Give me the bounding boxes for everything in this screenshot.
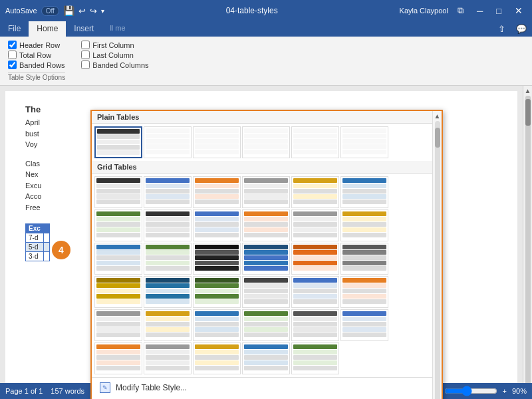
grid-tables-grid [92,174,432,377]
title-bar: AutoSave Off 💾 ↩ ↪ ▾ 04-table-styles Kay… [0,0,532,21]
grid-style-orange-3[interactable] [291,243,339,275]
grid-style-gray-3[interactable] [340,243,388,275]
grid-style-blue-3[interactable] [242,243,290,275]
grid-style-orange-1[interactable] [193,176,241,208]
table-style-plain-1[interactable] [144,126,192,158]
zoom-slider[interactable] [444,386,497,396]
grid-style-blue-5[interactable] [340,309,388,341]
modify-icon: ✎ [100,382,110,393]
document-area: Plain Tables [0,86,532,399]
grid-style-gray-4[interactable] [94,309,142,341]
last-col-checkbox[interactable] [81,51,90,59]
table-style-none[interactable] [94,126,142,158]
grid-style-green-1[interactable] [94,209,142,241]
grid-style-gray-2[interactable] [291,209,339,241]
table-header-2 [43,224,49,233]
save-icon[interactable]: 💾 [63,5,74,16]
grid-style-blue-4[interactable] [291,276,339,308]
ts-footer: ✎ Modify Table Style... ⊘ Clear ⊞ New Ta… [92,377,432,399]
clear-item[interactable]: ⊘ Clear [92,396,432,399]
first-col-checkbox[interactable] [81,41,90,49]
grid-style-blue-1[interactable] [144,176,192,208]
last-col-checkbox-label[interactable]: Last Column [81,51,148,59]
header-row-checkbox-label[interactable]: Header Row [8,41,65,49]
table-style-plain-5[interactable] [340,126,388,158]
grid-style-orange-4[interactable] [340,276,388,308]
ribbon: File Home Insert ll me ⇧ 💬 Header Row To… [0,21,532,86]
banded-col-label: Banded Columns [92,61,148,69]
table-style-options-group2: First Column Last Column Banded Columns [78,39,151,70]
grid-style-dark-1[interactable] [94,176,142,208]
ts-scroll-up[interactable]: ▲ [434,112,441,120]
table-row-3: 3-d [26,252,50,261]
grid-style-teal-1[interactable] [340,176,388,208]
first-col-checkbox-label[interactable]: First Column [81,41,148,49]
table-row-2: 5-d [26,243,50,252]
autosave-toggle[interactable]: Off [41,6,59,16]
table-style-plain-2[interactable] [193,126,241,158]
tab-file[interactable]: File [0,21,29,37]
grid-style-yellow-2[interactable] [340,209,388,241]
zoom-in-icon[interactable]: + [503,387,507,395]
grid-style-yellow-3[interactable] [94,276,142,308]
doc-vscroll[interactable]: ▲ ▼ [523,86,532,399]
table-header-1: Exc [26,224,44,233]
redo-icon[interactable]: ↪ [90,6,97,16]
grid-style-dark-4[interactable] [242,276,290,308]
comments-icon[interactable]: 💬 [511,21,532,37]
grid-style-teal-5[interactable] [242,342,290,374]
table-style-plain-3[interactable] [242,126,290,158]
tab-home[interactable]: Home [29,21,66,37]
table-style-options-title: Table Style Options [8,72,65,81]
plain-tables-grid [92,124,432,161]
grid-style-green-5[interactable] [291,342,339,374]
autosave-label: AutoSave [5,7,37,15]
ts-scrollbar[interactable]: ▲ ▼ [432,111,442,399]
grid-style-green-4[interactable] [242,309,290,341]
grid-style-teal-4[interactable] [193,309,241,341]
ts-scroll-track[interactable] [435,121,440,399]
tab-more[interactable]: ll me [102,21,133,37]
restore-button[interactable]: ⧉ [454,4,467,17]
table-row-1: 7-d [26,233,50,243]
header-row-checkbox[interactable] [8,41,17,49]
grid-style-orange-2[interactable] [242,209,290,241]
share-icon[interactable]: ⇧ [493,21,511,37]
undo-icon[interactable]: ↩ [78,6,86,16]
grid-style-yellow-4[interactable] [144,309,192,341]
banded-rows-checkbox-label[interactable]: Banded Rows [8,61,65,69]
grid-style-dark-2[interactable] [144,209,192,241]
grid-style-teal-2[interactable] [94,243,142,275]
grid-style-teal-3[interactable] [144,276,192,308]
tab-insert[interactable]: Insert [66,21,102,37]
zoom-level: 90% [512,387,527,395]
word-count: 157 words [51,387,84,395]
total-row-checkbox-label[interactable]: Total Row [8,51,65,59]
maximize-button[interactable]: □ [492,5,505,17]
table-style-plain-4[interactable] [291,126,339,158]
grid-style-green-2[interactable] [144,243,192,275]
grid-style-yellow-1[interactable] [291,176,339,208]
grid-style-gray-1[interactable] [242,176,290,208]
grid-style-blue-2[interactable] [193,209,241,241]
grid-style-dark-5[interactable] [291,309,339,341]
grid-style-yellow-5[interactable] [193,342,241,374]
title-bar-right: Kayla Claypool ⧉ ─ □ ✕ [400,4,527,17]
modify-table-style-item[interactable]: ✎ Modify Table Style... [92,379,432,396]
banded-rows-label: Banded Rows [19,61,65,69]
minimize-button[interactable]: ─ [473,5,487,17]
grid-style-dark-3[interactable] [193,243,241,275]
total-row-checkbox[interactable] [8,51,17,59]
banded-rows-checkbox[interactable] [8,61,17,69]
vscroll-up[interactable]: ▲ [525,87,531,94]
grid-style-orange-5[interactable] [94,342,142,374]
banded-col-checkbox[interactable] [81,61,90,69]
grid-style-green-3[interactable] [193,276,241,308]
ts-scroll-thumb[interactable] [435,128,440,148]
grid-style-gray-5[interactable] [144,342,192,374]
close-button[interactable]: ✕ [511,4,527,17]
vscroll-thumb[interactable] [525,99,531,126]
banded-col-checkbox-label[interactable]: Banded Columns [81,61,148,69]
step-badge: 4 [52,241,70,259]
ribbon-tabs: File Home Insert ll me ⇧ 💬 [0,21,532,37]
